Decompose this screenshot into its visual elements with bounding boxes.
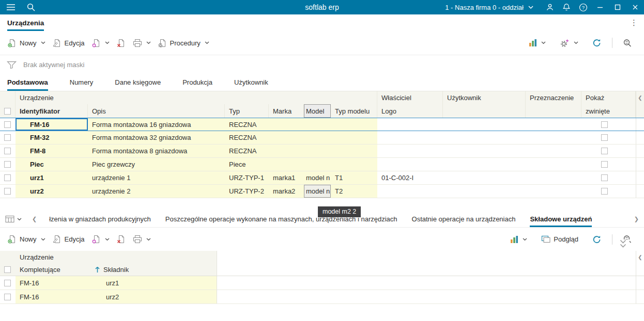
close-button[interactable] bbox=[626, 0, 644, 14]
cell-opis[interactable]: Forma montażowa 16 gniazdowa bbox=[88, 118, 225, 131]
procedures-button[interactable]: Procedury bbox=[155, 36, 213, 50]
help-icon[interactable]: ? bbox=[575, 0, 591, 14]
cell-typ[interactable]: URZ-TYP-1 bbox=[225, 171, 269, 184]
cell-kompletujace[interactable]: FM-16 bbox=[16, 290, 90, 303]
cell-typ-modelu[interactable] bbox=[331, 131, 377, 144]
detail-print-button[interactable] bbox=[129, 232, 155, 246]
print-button[interactable] bbox=[129, 36, 155, 50]
cell-kompletujace[interactable]: FM-16 bbox=[16, 276, 90, 290]
cell-opis[interactable]: Piec grzewczy bbox=[88, 158, 225, 171]
header-opis[interactable]: Opis bbox=[88, 104, 225, 118]
cell-przeznaczenie[interactable] bbox=[526, 185, 581, 198]
chevron-down-icon[interactable] bbox=[105, 41, 110, 44]
cell-logo[interactable] bbox=[377, 131, 443, 144]
chevron-down-icon[interactable] bbox=[41, 41, 45, 44]
cell-identyfikator[interactable]: FM-8 bbox=[16, 145, 88, 157]
row-select-checkbox[interactable] bbox=[4, 121, 11, 128]
cell-logo[interactable]: 01-C-002-I bbox=[377, 171, 443, 184]
header-model[interactable]: Model bbox=[304, 104, 331, 118]
cell-identyfikator[interactable]: FM-32 bbox=[16, 131, 88, 144]
cell-typ[interactable]: RECZNA bbox=[225, 131, 269, 144]
cell-uzytkownik[interactable] bbox=[443, 118, 526, 131]
cell-marka[interactable] bbox=[269, 131, 304, 144]
cell-marka[interactable] bbox=[269, 118, 304, 131]
copy-button[interactable] bbox=[88, 36, 113, 50]
tab-podstawowa[interactable]: Podstawowa bbox=[7, 74, 48, 91]
table-row[interactable]: urz2 urządzenie 2 URZ-TYP-2 marka2 model… bbox=[0, 185, 644, 198]
detail-refresh-button[interactable] bbox=[589, 233, 605, 246]
cell-opis[interactable]: Forma montażowa 8 gniazdowa bbox=[88, 145, 225, 157]
row-select-checkbox[interactable] bbox=[4, 174, 11, 181]
detail-copy-button[interactable] bbox=[88, 232, 113, 246]
pokaz-zwiniete-checkbox[interactable] bbox=[601, 161, 608, 168]
header-uzytkownik-empty[interactable] bbox=[443, 104, 526, 118]
sort-ascending-icon[interactable] bbox=[95, 266, 100, 273]
cell-identyfikator[interactable]: Piec bbox=[16, 158, 88, 171]
cell-opis[interactable]: urządzenie 1 bbox=[88, 171, 225, 184]
tab-produkcja[interactable]: Produkcja bbox=[182, 74, 212, 91]
cell-typ-modelu[interactable] bbox=[331, 118, 377, 131]
table-row[interactable]: FM-32 Forma montażowa 32 gniazdowa RECZN… bbox=[0, 131, 644, 145]
header-logo[interactable]: Logo bbox=[377, 104, 443, 118]
search-records-button[interactable] bbox=[619, 36, 636, 50]
tab-uzytkownik[interactable]: Użytkownik bbox=[234, 74, 268, 91]
cell-typ-modelu[interactable]: T1 bbox=[331, 171, 377, 184]
chevron-down-icon[interactable] bbox=[146, 41, 151, 44]
cell-typ-modelu[interactable] bbox=[331, 145, 377, 157]
header-typ-modelu[interactable]: Typ modelu bbox=[331, 104, 377, 118]
pokaz-zwiniete-checkbox[interactable] bbox=[601, 188, 608, 195]
cell-przeznaczenie[interactable] bbox=[526, 131, 581, 144]
cell-przeznaczenie[interactable] bbox=[526, 118, 581, 131]
chevron-down-icon[interactable] bbox=[205, 41, 209, 44]
cell-typ-modelu[interactable] bbox=[331, 158, 377, 171]
maximize-button[interactable] bbox=[609, 0, 626, 14]
settings-gear-button[interactable] bbox=[556, 36, 582, 50]
tab-numery[interactable]: Numery bbox=[70, 74, 94, 91]
cell-model[interactable]: model n bbox=[304, 171, 331, 184]
tabs-scroll-left-icon[interactable]: ❮ bbox=[27, 211, 42, 227]
cell-opis[interactable]: urządzenie 2 bbox=[88, 185, 225, 198]
cell-model[interactable] bbox=[304, 118, 331, 131]
cell-opis[interactable]: Forma montażowa 32 gniazdowa bbox=[88, 131, 225, 144]
cell-marka[interactable]: marka2 bbox=[269, 185, 304, 198]
cell-logo[interactable] bbox=[377, 145, 443, 157]
filter-funnel-icon[interactable] bbox=[7, 61, 17, 69]
detail-chart-view-button[interactable] bbox=[507, 233, 531, 246]
cell-logo[interactable] bbox=[377, 118, 443, 131]
company-selector[interactable]: 1 - Nasza firma 0 - oddział bbox=[445, 4, 533, 11]
cell-uzytkownik[interactable] bbox=[443, 158, 526, 171]
cell-identyfikator[interactable]: urz2 bbox=[16, 185, 88, 198]
hamburger-menu-icon[interactable] bbox=[6, 0, 16, 14]
detail-tab-poszczegolne-operacje[interactable]: Poszczególne operacje wykonane na maszyn… bbox=[165, 211, 397, 227]
row-select-checkbox[interactable] bbox=[4, 294, 11, 300]
cell-logo[interactable] bbox=[377, 158, 443, 171]
cell-przeznaczenie[interactable] bbox=[526, 158, 581, 171]
cell-przeznaczenie[interactable] bbox=[526, 171, 581, 184]
cell-marka[interactable] bbox=[269, 158, 304, 171]
cell-uzytkownik[interactable] bbox=[443, 185, 526, 198]
panel-collapse-control[interactable] bbox=[616, 239, 630, 248]
cell-uzytkownik[interactable] bbox=[443, 171, 526, 184]
cell-typ[interactable]: RECZNA bbox=[225, 145, 269, 157]
row-select-checkbox[interactable] bbox=[4, 188, 11, 195]
tab-urzadzenia[interactable]: Urządzenia bbox=[7, 14, 44, 31]
pokaz-zwiniete-checkbox[interactable] bbox=[601, 148, 608, 154]
detail-tab-gniazda-produkcyjne[interactable]: łzenia w gniazdach produkcyjnych bbox=[49, 211, 151, 227]
cell-identyfikator[interactable]: urz1 bbox=[16, 171, 88, 184]
pokaz-zwiniete-checkbox[interactable] bbox=[601, 134, 608, 141]
header-typ[interactable]: Typ bbox=[225, 104, 269, 118]
new-button[interactable]: Nowy bbox=[4, 36, 49, 50]
scroll-left-icon[interactable]: ❮ bbox=[636, 91, 644, 104]
chevron-down-icon[interactable] bbox=[574, 41, 578, 44]
detail-delete-button[interactable] bbox=[113, 232, 129, 246]
chevron-down-icon[interactable] bbox=[523, 238, 527, 241]
chart-view-button[interactable] bbox=[525, 36, 549, 50]
cell-identyfikator[interactable]: FM-16 bbox=[16, 118, 88, 131]
chevron-down-icon[interactable] bbox=[105, 238, 110, 241]
chevron-down-icon[interactable] bbox=[541, 41, 546, 44]
kebab-menu-icon[interactable]: ⋮ bbox=[630, 18, 638, 27]
row-select-checkbox[interactable] bbox=[4, 148, 11, 154]
select-all-checkbox[interactable] bbox=[4, 108, 11, 115]
edit-button[interactable]: Edycja bbox=[49, 36, 88, 50]
header-marka[interactable]: Marka bbox=[269, 104, 304, 118]
